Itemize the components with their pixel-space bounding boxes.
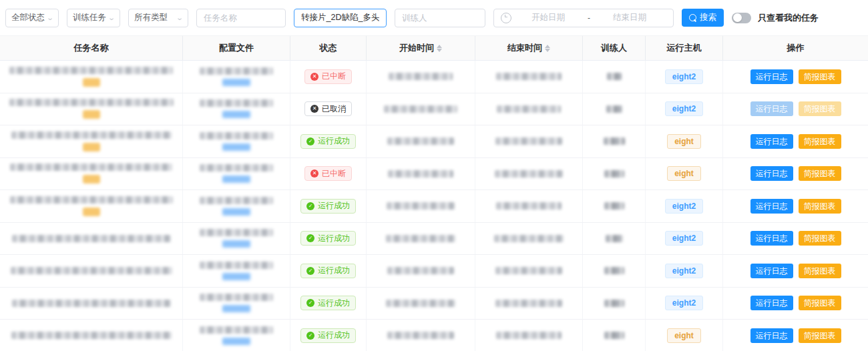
- config-file-cell: [183, 223, 290, 255]
- column-header-start-time[interactable]: 开始时间: [367, 36, 475, 60]
- report-chart-button[interactable]: 简报图表: [799, 199, 841, 214]
- actions-cell: 运行日志 简报图表: [723, 288, 868, 320]
- trainer-cell: [583, 125, 646, 157]
- config-file-link[interactable]: [222, 79, 250, 86]
- task-search-input[interactable]: [294, 9, 387, 27]
- config-file-link[interactable]: [222, 273, 250, 280]
- task-name-cell: [0, 288, 183, 320]
- redacted-trainer: [604, 170, 624, 178]
- status-label: 已取消: [322, 103, 346, 115]
- end-date-placeholder[interactable]: 结束日期: [593, 12, 666, 23]
- run-log-button[interactable]: 运行日志: [750, 231, 793, 246]
- chevron-down-icon: ⌄: [46, 15, 54, 21]
- status-cell: ✓ 运行成功: [290, 190, 367, 222]
- task-name-tag: [83, 110, 100, 119]
- host-badge: eight: [667, 328, 701, 343]
- redacted-config-file: [200, 294, 273, 301]
- report-chart-button[interactable]: 简报图表: [799, 264, 841, 278]
- start-date-placeholder[interactable]: 开始日期: [511, 12, 585, 23]
- status-badge: ✓ 运行成功: [300, 328, 356, 343]
- category-select[interactable]: 训练任务 ⌄: [67, 9, 120, 27]
- end-time-cell: [475, 255, 583, 287]
- start-time-cell: [367, 223, 475, 255]
- actions-cell: 运行日志 简报图表: [723, 125, 868, 157]
- run-log-button[interactable]: 运行日志: [750, 166, 793, 181]
- trainer-input[interactable]: [395, 9, 485, 27]
- status-badge: ✕ 已取消: [304, 101, 352, 116]
- my-tasks-toggle[interactable]: [732, 13, 751, 23]
- config-file-link[interactable]: [222, 143, 250, 151]
- config-file-link[interactable]: [222, 176, 250, 183]
- status-icon: ✕: [310, 169, 318, 178]
- redacted-task-name: [10, 163, 172, 171]
- date-range-picker[interactable]: 开始日期 - 结束日期: [493, 9, 674, 27]
- host-cell: eight2: [646, 223, 723, 255]
- status-select[interactable]: 全部状态 ⌄: [5, 9, 59, 27]
- category-select-value: 训练任务: [73, 12, 106, 23]
- report-chart-button[interactable]: 简报图表: [799, 101, 841, 116]
- start-time-cell: [367, 125, 475, 157]
- search-button[interactable]: 搜索: [682, 9, 724, 27]
- trainer-cell: [583, 223, 646, 255]
- redacted-end-time: [495, 267, 562, 274]
- status-icon: ✕: [310, 73, 318, 81]
- type-select[interactable]: 所有类型 ⌄: [128, 9, 188, 27]
- sort-icon[interactable]: [545, 45, 550, 52]
- report-chart-button[interactable]: 简报图表: [799, 166, 841, 181]
- task-name-cell: [0, 223, 183, 255]
- run-log-button[interactable]: 运行日志: [750, 199, 793, 214]
- redacted-trainer: [607, 73, 622, 80]
- redacted-start-time: [389, 73, 453, 80]
- redacted-task-name: [10, 196, 173, 204]
- redacted-trainer: [604, 267, 624, 274]
- chevron-down-icon: ⌄: [176, 15, 184, 21]
- config-file-link[interactable]: [222, 305, 250, 312]
- column-header-end-time[interactable]: 结束时间: [475, 36, 583, 60]
- run-log-button[interactable]: 运行日志: [750, 101, 793, 116]
- status-icon: ✓: [306, 137, 314, 145]
- redacted-config-file: [200, 99, 273, 107]
- redacted-start-time: [388, 170, 453, 178]
- run-log-button[interactable]: 运行日志: [750, 296, 793, 310]
- host-badge: eight: [667, 166, 701, 181]
- run-log-button[interactable]: 运行日志: [750, 328, 793, 343]
- search-icon: [689, 14, 696, 21]
- host-cell: eight2: [646, 93, 723, 125]
- report-chart-button[interactable]: 简报图表: [799, 231, 841, 246]
- run-log-button[interactable]: 运行日志: [750, 69, 793, 84]
- task-name-input[interactable]: [196, 9, 286, 27]
- report-chart-button[interactable]: 简报图表: [799, 134, 841, 149]
- trainer-cell: [583, 158, 646, 190]
- start-time-cell: [367, 158, 475, 190]
- end-time-cell: [475, 93, 583, 125]
- redacted-config-file: [200, 67, 273, 75]
- status-badge: ✓ 运行成功: [300, 231, 356, 246]
- redacted-trainer: [604, 202, 624, 210]
- status-label: 运行成功: [318, 200, 350, 212]
- redacted-end-time: [496, 202, 562, 210]
- status-badge: ✕ 已中断: [304, 69, 352, 84]
- trainer-cell: [583, 255, 646, 287]
- task-name-cell: [0, 158, 183, 190]
- redacted-task-name: [11, 267, 172, 274]
- actions-cell: 运行日志 简报图表: [723, 190, 868, 222]
- config-file-link[interactable]: [222, 338, 250, 345]
- report-chart-button[interactable]: 简报图表: [799, 69, 841, 84]
- table-row: ✕ 已中断 eight 运行日志 简报图表: [0, 158, 868, 191]
- config-file-link[interactable]: [222, 240, 250, 248]
- column-header-status: 状态: [290, 36, 367, 60]
- report-chart-button[interactable]: 简报图表: [799, 328, 841, 343]
- config-file-cell: [183, 320, 290, 351]
- status-label: 运行成功: [318, 135, 350, 147]
- sort-icon[interactable]: [437, 45, 442, 52]
- host-badge: eight: [667, 134, 701, 149]
- redacted-start-time: [386, 235, 455, 242]
- config-file-link[interactable]: [222, 208, 250, 216]
- run-log-button[interactable]: 运行日志: [750, 264, 793, 278]
- run-log-button[interactable]: 运行日志: [750, 134, 793, 149]
- end-time-cell: [475, 320, 583, 351]
- report-chart-button[interactable]: 简报图表: [799, 296, 841, 310]
- status-icon: ✓: [306, 332, 314, 340]
- config-file-cell: [183, 93, 290, 125]
- config-file-link[interactable]: [222, 111, 250, 118]
